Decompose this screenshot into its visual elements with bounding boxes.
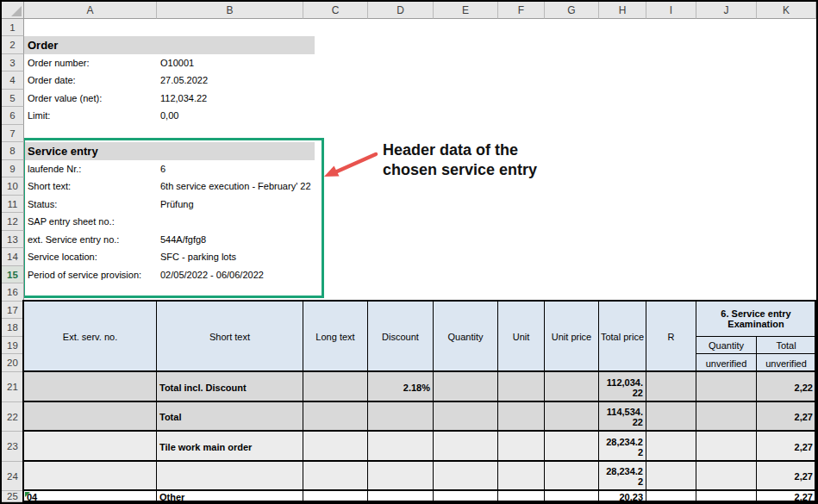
table-cell-row23-discount[interactable] bbox=[368, 432, 434, 462]
column-header-h[interactable]: H bbox=[599, 2, 646, 19]
order-value-label[interactable]: Order value (net): bbox=[28, 90, 102, 107]
table-header-short-text[interactable]: Short text bbox=[157, 302, 303, 372]
row-header-16[interactable]: 16 bbox=[2, 283, 24, 302]
table-cell-row25[interactable] bbox=[434, 491, 498, 502]
column-header-j[interactable]: J bbox=[696, 2, 757, 19]
table-cell-row21[interactable] bbox=[498, 372, 545, 402]
table-cell-row23-short_text[interactable]: Tile work main order bbox=[157, 432, 303, 462]
order-number-label[interactable]: Order number: bbox=[28, 54, 90, 72]
table-cell-row25[interactable] bbox=[696, 491, 757, 502]
table-header-exam-quantity[interactable]: Quantity bbox=[696, 337, 757, 354]
column-header-b[interactable]: B bbox=[157, 2, 303, 19]
order-date-value[interactable]: 27.05.2022 bbox=[160, 72, 208, 89]
table-cell-row23[interactable] bbox=[646, 432, 696, 462]
table-cell-row23[interactable] bbox=[498, 432, 545, 462]
table-cell-row22[interactable] bbox=[545, 402, 599, 432]
table-cell-row22[interactable] bbox=[498, 402, 545, 432]
table-header-exam-total-sub[interactable]: unverified bbox=[757, 354, 816, 372]
table-cell-row24-exam_total[interactable]: 2,27 bbox=[757, 462, 816, 491]
table-cell-row25[interactable] bbox=[545, 491, 599, 502]
order-value-value[interactable]: 112,034.22 bbox=[160, 90, 207, 107]
table-cell-row24-ext_no[interactable] bbox=[24, 462, 157, 491]
table-header-total-price[interactable]: Total price bbox=[599, 302, 646, 372]
table-cell-row22-short_text[interactable]: Total bbox=[157, 402, 303, 432]
row-header-9[interactable]: 9 bbox=[2, 160, 24, 177]
row-header-8[interactable]: 8 bbox=[2, 142, 24, 160]
row-header-13[interactable]: 13 bbox=[2, 231, 24, 248]
table-cell-row21-total_price[interactable]: 112,034.22 bbox=[599, 372, 646, 402]
row-header-21[interactable]: 21 bbox=[2, 372, 24, 402]
row-header-5[interactable]: 5 bbox=[2, 90, 24, 107]
table-header-exam-quantity-sub[interactable]: unverified bbox=[696, 354, 757, 372]
table-cell-row23-ext_no[interactable] bbox=[24, 432, 157, 462]
table-cell-row23-exam_total[interactable]: 2,27 bbox=[757, 432, 816, 462]
table-cell-row21[interactable] bbox=[646, 372, 696, 402]
table-cell-row23-total_price[interactable]: 28,234.22 bbox=[599, 432, 646, 462]
order-number-value[interactable]: O10001 bbox=[160, 54, 194, 72]
table-cell-row22[interactable] bbox=[646, 402, 696, 432]
table-cell-row21[interactable] bbox=[545, 372, 599, 402]
table-cell-row25[interactable] bbox=[498, 491, 545, 502]
table-header-discount[interactable]: Discount bbox=[368, 302, 434, 372]
row-header-3[interactable]: 3 bbox=[2, 54, 24, 72]
row-header-23[interactable]: 23 bbox=[2, 432, 24, 462]
order-limit-label[interactable]: Limit: bbox=[28, 107, 50, 124]
row-header-14[interactable]: 14 bbox=[2, 248, 24, 266]
table-cell-row23[interactable] bbox=[696, 432, 757, 462]
table-cell-row21[interactable] bbox=[303, 372, 368, 402]
table-cell-row21-ext_no[interactable] bbox=[24, 372, 157, 402]
column-header-k[interactable]: K bbox=[757, 2, 816, 19]
order-date-label[interactable]: Order date: bbox=[28, 72, 76, 89]
table-cell-row22[interactable] bbox=[303, 402, 368, 432]
table-cell-row25[interactable] bbox=[303, 491, 368, 502]
table-header-long-text[interactable]: Long text bbox=[303, 302, 368, 372]
table-cell-row21[interactable] bbox=[696, 372, 757, 402]
table-cell-row22-total_price[interactable]: 114,534.22 bbox=[599, 402, 646, 432]
table-cell-row24-discount[interactable] bbox=[368, 462, 434, 491]
table-cell-row24-short_text[interactable] bbox=[157, 462, 303, 491]
table-cell-row25-total_price[interactable]: 20,23 bbox=[599, 491, 646, 502]
row-header-6[interactable]: 6 bbox=[2, 107, 24, 125]
table-cell-row25-ext_no[interactable]: 04 bbox=[24, 491, 157, 502]
table-cell-row23[interactable] bbox=[545, 432, 599, 462]
table-header-unit[interactable]: Unit bbox=[498, 302, 545, 372]
column-header-f[interactable]: F bbox=[498, 2, 545, 19]
row-header-24[interactable]: 24 bbox=[2, 462, 24, 491]
table-header-exam-total[interactable]: Total bbox=[757, 337, 816, 354]
table-header-exam-group[interactable]: 6. Service entry Examination bbox=[696, 302, 816, 337]
column-header-c[interactable]: C bbox=[303, 2, 368, 19]
column-header-i[interactable]: I bbox=[646, 2, 696, 19]
table-cell-row24[interactable] bbox=[498, 462, 545, 491]
row-header-20[interactable]: 20 bbox=[2, 354, 24, 372]
table-cell-row21-short_text[interactable]: Total incl. Discount bbox=[157, 372, 303, 402]
table-header-unit-price[interactable]: Unit price bbox=[545, 302, 599, 372]
row-header-10[interactable]: 10 bbox=[2, 177, 24, 196]
row-header-1[interactable]: 1 bbox=[2, 19, 24, 36]
table-cell-row22[interactable] bbox=[434, 402, 498, 432]
table-cell-row25-short_text[interactable]: Other bbox=[157, 491, 303, 502]
column-header-d[interactable]: D bbox=[368, 2, 434, 19]
column-header-g[interactable]: G bbox=[545, 2, 599, 19]
table-cell-row24[interactable] bbox=[646, 462, 696, 491]
table-cell-row25-discount[interactable] bbox=[368, 491, 434, 502]
order-section-title[interactable]: Order bbox=[24, 36, 315, 54]
row-header-11[interactable]: 11 bbox=[2, 196, 24, 213]
table-cell-row24-total_price[interactable]: 28,234.22 bbox=[599, 462, 646, 491]
row-header-2[interactable]: 2 bbox=[2, 36, 24, 54]
table-header-quantity[interactable]: Quantity bbox=[434, 302, 498, 372]
table-header-ext-serv-no[interactable]: Ext. serv. no. bbox=[24, 302, 157, 372]
table-cell-row22-discount[interactable] bbox=[368, 402, 434, 432]
column-header-e[interactable]: E bbox=[434, 2, 498, 19]
table-header-r[interactable]: R bbox=[646, 302, 696, 372]
table-cell-row22-exam_total[interactable]: 2,27 bbox=[757, 402, 816, 432]
row-header-15[interactable]: 15 bbox=[2, 266, 24, 283]
table-cell-row22[interactable] bbox=[696, 402, 757, 432]
table-cell-row24[interactable] bbox=[434, 462, 498, 491]
table-cell-row25[interactable] bbox=[646, 491, 696, 502]
table-cell-row21[interactable] bbox=[434, 372, 498, 402]
row-header-22[interactable]: 22 bbox=[2, 402, 24, 432]
table-cell-row24[interactable] bbox=[545, 462, 599, 491]
table-cell-row23[interactable] bbox=[303, 432, 368, 462]
table-cell-row25-exam_total[interactable]: 2,27 bbox=[757, 491, 816, 502]
table-cell-row22-ext_no[interactable] bbox=[24, 402, 157, 432]
